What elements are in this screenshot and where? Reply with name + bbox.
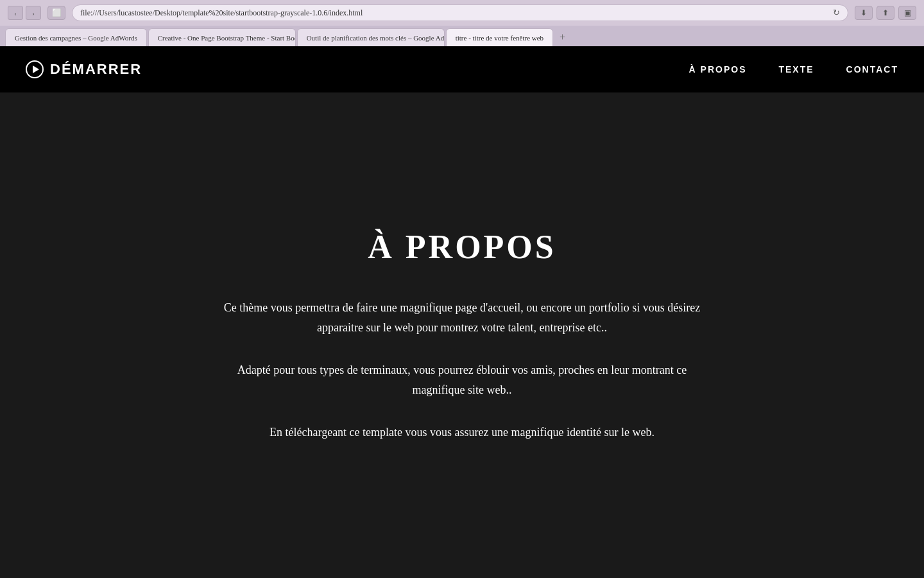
- main-content: À PROPOS Ce thème vous permettra de fair…: [0, 92, 924, 578]
- navbar-nav: À PROPOS TEXTE CONTACT: [689, 64, 898, 75]
- navbar: DÉMARRER À PROPOS TEXTE CONTACT: [0, 46, 924, 92]
- back-button[interactable]: ‹: [8, 6, 23, 20]
- browser-right-controls: ⬇ ⬆ ▣: [855, 6, 916, 20]
- tab-1[interactable]: Gestion des campagnes – Google AdWords: [5, 28, 147, 46]
- nav-link-about[interactable]: À PROPOS: [689, 64, 747, 74]
- tab-4-active[interactable]: titre - titre de votre fenêtre web: [446, 28, 553, 46]
- nav-item-contact[interactable]: CONTACT: [846, 64, 898, 75]
- about-paragraph-2: Adapté pour tous types de terminaux, vou…: [218, 360, 706, 399]
- about-paragraph-1: Ce thème vous permettra de faire une mag…: [218, 298, 706, 337]
- nav-item-texte[interactable]: TEXTE: [778, 64, 814, 75]
- share-icon[interactable]: ⬆: [877, 6, 894, 20]
- browser-chrome: ‹ › ⬜ file:///Users/lucastostee/Desktop/…: [0, 0, 924, 46]
- navbar-brand[interactable]: DÉMARRER: [26, 60, 142, 78]
- browser-titlebar: ‹ › ⬜ file:///Users/lucastostee/Desktop/…: [0, 0, 924, 26]
- download-icon[interactable]: ⬇: [855, 6, 873, 20]
- about-section: À PROPOS Ce thème vous permettra de fair…: [218, 202, 706, 468]
- address-text: file:///Users/lucastostee/Desktop/templa…: [80, 8, 828, 18]
- about-paragraph-3: En téléchargeant ce template vous vous a…: [218, 423, 706, 442]
- brand-icon: [26, 60, 44, 78]
- browser-tabs: Gestion des campagnes – Google AdWords C…: [0, 26, 924, 46]
- address-bar[interactable]: file:///Users/lucastostee/Desktop/templa…: [72, 4, 848, 21]
- nav-item-about[interactable]: À PROPOS: [689, 64, 747, 75]
- nav-link-texte[interactable]: TEXTE: [778, 64, 814, 74]
- forward-button[interactable]: ›: [26, 6, 41, 20]
- about-title: À PROPOS: [218, 228, 706, 266]
- brand-name: DÉMARRER: [50, 61, 142, 78]
- svg-marker-1: [33, 66, 39, 73]
- browser-nav[interactable]: ‹ ›: [8, 6, 41, 20]
- nav-link-contact[interactable]: CONTACT: [846, 64, 898, 74]
- refresh-icon[interactable]: ↻: [833, 8, 840, 18]
- sidebar-icon[interactable]: ▣: [898, 6, 916, 20]
- new-tab-button[interactable]: +: [554, 28, 570, 46]
- tab-3[interactable]: Outil de planification des mots clés – G…: [297, 28, 445, 46]
- tab-2[interactable]: Creative - One Page Bootstrap Theme - St…: [148, 28, 296, 46]
- maximize-button[interactable]: ⬜: [47, 6, 65, 20]
